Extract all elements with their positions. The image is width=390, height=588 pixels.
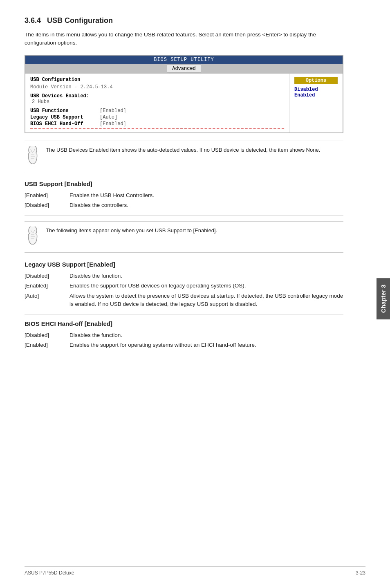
section-heading: 3.6.4 USB Configuration <box>25 16 343 25</box>
def-term: [Enabled] <box>25 282 61 290</box>
bios-function-row: BIOS EHCI Hand-Off[Enabled] <box>30 121 284 127</box>
note-box-2: The following items appear only when you… <box>25 221 343 253</box>
def-desc: Enables the support for USB devices on l… <box>69 282 343 290</box>
list-item: [Disabled]Disables the function. <box>25 272 343 280</box>
chapter-tab: Chapter 3 <box>377 278 390 319</box>
bios-devices-value: 2 Hubs <box>30 99 284 105</box>
bios-option-disabled: Disabled <box>294 87 338 92</box>
def-term: [Disabled] <box>25 272 61 280</box>
bios-option-enabled: Enabled <box>294 92 338 98</box>
bios-dashed-line <box>30 128 284 129</box>
bios-right-panel: Options Disabled Enabled <box>289 74 343 132</box>
def-desc: Enables the support for operating system… <box>69 341 343 349</box>
note-text-1: The USB Devices Enabled item shows the a… <box>46 146 320 154</box>
divider-2 <box>25 314 343 314</box>
def-term: [Enabled] <box>25 191 61 200</box>
bios-func-value: [Enabled] <box>100 108 126 114</box>
bios-left-panel: USB Configuration Module Version - 2.24.… <box>25 74 289 132</box>
bios-function-row: Legacy USB Support[Auto] <box>30 114 284 120</box>
bios-func-label: USB Functions <box>30 108 100 114</box>
pen-icon-2 <box>25 227 41 247</box>
note-text-2: The following items appear only when you… <box>46 227 217 235</box>
bios-ehci-def-list: [Disabled]Disables the function.[Enabled… <box>25 331 343 350</box>
bios-module-version: Module Version - 2.24.5-13.4 <box>30 84 284 90</box>
def-term: [Disabled] <box>25 331 61 339</box>
pen-icon-1 <box>25 146 41 167</box>
bios-title-bar: BIOS SETUP UTILITY <box>25 56 343 64</box>
usb-support-heading: USB Support [Enabled] <box>25 180 343 187</box>
bios-ehci-heading: BIOS EHCI Hand-off [Enabled] <box>25 320 343 327</box>
bios-setup-box: BIOS SETUP UTILITY Advanced USB Configur… <box>25 55 343 133</box>
divider-1 <box>25 215 343 215</box>
bios-func-value: [Auto] <box>100 114 117 120</box>
list-item: [Auto]Allows the system to detect the pr… <box>25 292 343 309</box>
list-item: [Enabled]Enables the support for USB dev… <box>25 282 343 290</box>
bios-tab-advanced[interactable]: Advanced <box>167 65 201 73</box>
bios-tab-bar: Advanced <box>25 64 343 74</box>
bios-function-row: USB Functions[Enabled] <box>30 108 284 114</box>
bios-func-label: BIOS EHCI Hand-Off <box>30 121 100 127</box>
usb-support-def-list: [Enabled]Enables the USB Host Controller… <box>25 191 343 210</box>
def-desc: Disables the function. <box>69 272 343 280</box>
bios-options-title: Options <box>294 77 338 84</box>
footer-right: 3-23 <box>356 570 365 576</box>
def-desc: Enables the USB Host Controllers. <box>69 191 343 200</box>
list-item: [Enabled]Enables the USB Host Controller… <box>25 191 343 200</box>
def-term: [Disabled] <box>25 201 61 209</box>
note-box-1: The USB Devices Enabled item shows the a… <box>25 141 343 172</box>
legacy-usb-heading: Legacy USB Support [Enabled] <box>25 261 343 268</box>
bios-devices-label: USB Devices Enabled: <box>30 93 284 99</box>
intro-text: The items in this menu allows you to cha… <box>25 31 343 47</box>
page-footer: ASUS P7P55D Deluxe 3-23 <box>25 566 365 576</box>
bios-func-value: [Enabled] <box>100 121 126 127</box>
bios-func-label: Legacy USB Support <box>30 114 100 120</box>
legacy-usb-def-list: [Disabled]Disables the function.[Enabled… <box>25 272 343 308</box>
def-term: [Auto] <box>25 292 61 309</box>
def-desc: Allows the system to detect the presence… <box>69 292 343 309</box>
bios-functions: USB Functions[Enabled]Legacy USB Support… <box>30 108 284 127</box>
def-desc: Disables the function. <box>69 331 343 339</box>
def-term: [Enabled] <box>25 341 61 349</box>
list-item: [Disabled]Disables the controllers. <box>25 201 343 209</box>
list-item: [Enabled]Enables the support for operati… <box>25 341 343 349</box>
def-desc: Disables the controllers. <box>69 201 343 209</box>
footer-left: ASUS P7P55D Deluxe <box>25 570 74 576</box>
list-item: [Disabled]Disables the function. <box>25 331 343 339</box>
bios-section-title: USB Configuration <box>30 77 284 83</box>
